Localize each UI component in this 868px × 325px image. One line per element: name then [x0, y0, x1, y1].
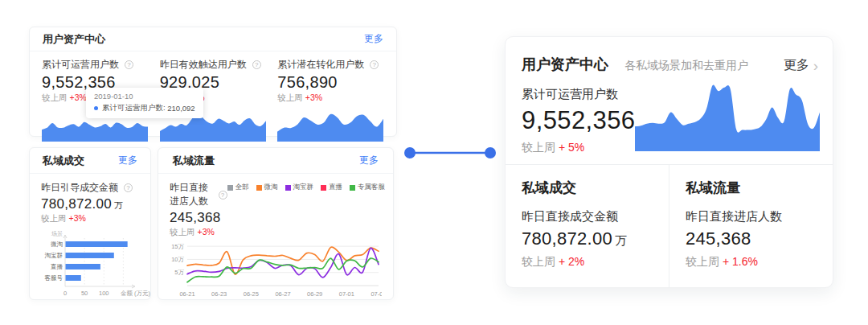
delta-value: +3% — [305, 93, 322, 102]
svg-text:100: 100 — [99, 290, 109, 297]
svg-text:微淘: 微淘 — [51, 241, 63, 248]
legend-swatch-icon — [321, 185, 326, 191]
metric-label-row: 累计潜在转化用户数 — [277, 58, 384, 72]
private-traffic-header: 私域流量 更多 — [158, 148, 393, 174]
legend-swatch-icon — [285, 185, 291, 191]
value-number: 780,872.00 — [41, 196, 112, 212]
metric-label-row: 累计可运营用户数 — [42, 58, 149, 72]
svg-text:06-25: 06-25 — [244, 290, 259, 298]
private-deals-header: 私域成交 更多 — [30, 148, 150, 174]
metric-label: 累计可运营用户数 — [522, 87, 636, 102]
detail-bottom-section: 私域成交 昨日直接成交金额 780,872.00万 较上周+ 2% 私域流量 昨… — [506, 165, 833, 288]
metric-delta: 较上周+ 5% — [522, 141, 636, 155]
svg-text:客服号: 客服号 — [45, 274, 63, 282]
private-deals-more-link[interactable]: 更多 — [118, 154, 137, 167]
delta-value: + 5% — [559, 141, 584, 154]
chevron-right-icon — [813, 58, 818, 73]
tooltip-row: 累计可运营用户数: 210,092 — [94, 103, 195, 113]
detail-top-section: 用户资产中心 各私域场景加和去重用户 更多 累计可运营用户数 9,552,356… — [506, 37, 833, 164]
svg-text:5万: 5万 — [174, 269, 184, 276]
svg-text:淘宝群: 淘宝群 — [45, 252, 63, 259]
help-icon[interactable] — [124, 183, 133, 192]
metric-potential-users: 累计潜在转化用户数 756,890 较上周+3% — [277, 58, 384, 142]
help-icon[interactable] — [125, 60, 133, 69]
delta-value: +3% — [69, 213, 86, 223]
metric-label: 昨日有效触达用户数 — [160, 58, 247, 72]
user-assets-title: 用户资产中心 — [43, 32, 105, 47]
metric-delta: 较上周+3% — [170, 227, 227, 238]
private-deals-title: 私域成交 — [43, 154, 84, 168]
delta-prefix: 较上周 — [170, 227, 195, 237]
dashboard-page: 用户资产中心 更多 累计可运营用户数 9,552,356 较上周+3% 昨日有效… — [0, 0, 868, 325]
metric-value: 756,890 — [277, 73, 384, 92]
svg-text:06-21: 06-21 — [179, 290, 194, 298]
metric-label: 昨日直接进店人数 — [170, 181, 213, 208]
delta-value: +3% — [198, 227, 215, 237]
detail-area-chart — [635, 77, 820, 151]
detail-main-metric: 累计可运营用户数 9,552,356 较上周+ 5% — [522, 87, 636, 155]
user-assets-header: 用户资产中心 更多 — [30, 27, 396, 51]
metric-label: 累计潜在转化用户数 — [277, 58, 364, 72]
legend-item-live[interactable]: 直播 — [321, 183, 342, 192]
detail-title-row: 用户资产中心 各私域场景加和去重用户 更多 — [522, 55, 818, 74]
section-value: 780,872.00万 — [522, 228, 669, 249]
legend-swatch-icon — [256, 185, 262, 191]
svg-text:06-29: 06-29 — [307, 290, 322, 298]
traffic-top-row: 昨日直接进店人数 245,368 较上周+3% 全部 微淘 淘宝群 直播 专属客… — [170, 181, 385, 238]
legend-item-taobao-group[interactable]: 淘宝群 — [285, 183, 314, 192]
section-title: 私域成交 — [522, 179, 669, 197]
tooltip-date: 2019-01-10 — [94, 92, 195, 101]
legend-item-all[interactable]: 全部 — [227, 183, 249, 192]
section-label: 昨日直接进店人数 — [686, 209, 833, 224]
private-deals-card: 私域成交 更多 昨日引导成交金额 780,872.00万 较上周+3% 场景微淘… — [29, 147, 151, 300]
metric-value: 9,552,356 — [522, 106, 636, 135]
svg-text:50: 50 — [81, 290, 88, 297]
section-title: 私域流量 — [686, 179, 833, 197]
delta-value: + 2% — [559, 255, 584, 268]
connector-dot-left — [404, 147, 416, 158]
help-icon[interactable] — [219, 191, 227, 200]
metric-value: 245,368 — [170, 210, 227, 226]
connector-dot-right — [485, 147, 496, 158]
user-assets-body: 累计可运营用户数 9,552,356 较上周+3% 昨日有效触达用户数 929,… — [30, 51, 396, 142]
value-unit: 万 — [114, 200, 123, 210]
svg-text:0: 0 — [63, 290, 67, 297]
chart-legend: 全部 微淘 淘宝群 直播 专属客服 — [227, 181, 386, 192]
legend-item-exclusive-service[interactable]: 专属客服 — [350, 183, 385, 192]
help-icon[interactable] — [252, 60, 261, 69]
metric-label-row: 昨日直接进店人数 — [170, 181, 227, 208]
user-assets-card: 用户资产中心 更多 累计可运营用户数 9,552,356 较上周+3% 昨日有效… — [29, 27, 397, 137]
legend-label: 专属客服 — [358, 183, 385, 192]
legend-item-weitao[interactable]: 微淘 — [256, 183, 278, 192]
section-delta: 较上周+ 1.6% — [686, 255, 833, 269]
value-number: 780,872.00 — [522, 228, 612, 249]
detail-section-deals: 私域成交 昨日直接成交金额 780,872.00万 较上周+ 2% — [506, 165, 669, 288]
delta-prefix: 较上周 — [522, 255, 555, 268]
delta-prefix: 较上周 — [277, 93, 303, 102]
value-number: 245,368 — [686, 228, 751, 249]
series-dot-icon — [94, 106, 98, 110]
metric-delta: 较上周+3% — [277, 93, 384, 104]
svg-text:场景: 场景 — [51, 231, 63, 237]
delta-prefix: 较上周 — [42, 93, 68, 102]
delta-prefix: 较上周 — [41, 213, 67, 223]
metric-value: 780,872.00万 — [41, 196, 145, 212]
svg-text:07-03: 07-03 — [371, 290, 382, 298]
delta-prefix: 较上周 — [522, 141, 555, 154]
delta-value: + 1.6% — [723, 255, 758, 268]
private-traffic-card: 私域流量 更多 昨日直接进店人数 245,368 较上周+3% 全部 微淘 — [158, 147, 394, 300]
detail-section-traffic: 私域流量 昨日直接进店人数 245,368 较上周+ 1.6% — [669, 165, 833, 288]
metric-label: 累计可运营用户数 — [42, 58, 119, 72]
svg-text:直播: 直播 — [50, 263, 63, 270]
help-icon[interactable] — [370, 60, 379, 69]
user-assets-more-link[interactable]: 更多 — [364, 32, 383, 46]
detail-more-link[interactable]: 更多 — [784, 57, 818, 74]
sparkline-chart — [277, 106, 383, 142]
value-unit: 万 — [615, 233, 627, 247]
metric-label-row: 昨日有效触达用户数 — [160, 58, 267, 72]
private-traffic-more-link[interactable]: 更多 — [359, 154, 379, 167]
metric-label: 昨日引导成交金额 — [41, 181, 118, 195]
tooltip-value: 210,092 — [167, 104, 194, 113]
tooltip-series: 累计可运营用户数: — [102, 103, 166, 113]
detail-subtitle: 各私域场景加和去重用户 — [624, 59, 748, 73]
